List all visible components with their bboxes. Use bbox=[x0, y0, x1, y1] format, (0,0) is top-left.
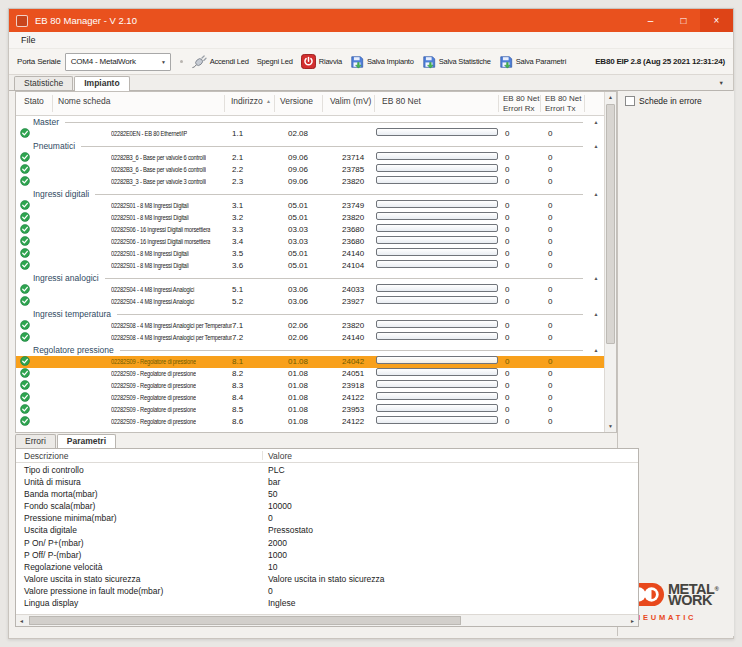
col-header-eb80net[interactable]: EB 80 Net bbox=[382, 96, 421, 106]
group-ingressi-analogici[interactable]: Ingressi analogici ▲ bbox=[16, 272, 604, 284]
scrollbar-thumb[interactable] bbox=[606, 104, 615, 344]
col-header-errori-tx[interactable]: EB 80 Net Errori Tx bbox=[545, 94, 581, 114]
parameter-row[interactable]: Valore uscita in stato sicurezza Valore … bbox=[16, 573, 638, 585]
grid-row[interactable]: 02282S04 - 4 M8 Ingressi Analogici 5.2 0… bbox=[16, 296, 604, 308]
parameter-row[interactable]: P On/ P+(mbar) 2000 bbox=[16, 537, 638, 549]
grid-row[interactable]: 02282S08 - 4 M8 Ingressi Analogici per T… bbox=[16, 320, 604, 332]
scroll-up-icon[interactable]: ▲ bbox=[605, 92, 616, 103]
parameter-row[interactable]: Pressione minima(mbar) 0 bbox=[16, 512, 638, 524]
group-rule bbox=[95, 194, 583, 195]
group-regolatore-pressione[interactable]: Regolatore pressione ▲ bbox=[16, 344, 604, 356]
detail-tab-parametri[interactable]: Parametri bbox=[57, 434, 116, 449]
col-header-nome-scheda[interactable]: Nome scheda bbox=[58, 96, 110, 106]
group-pneumatici[interactable]: Pneumatici ▲ bbox=[16, 140, 604, 152]
scroll-left-icon[interactable]: ◄ bbox=[16, 618, 27, 624]
cell-errori-tx: 0 bbox=[548, 176, 552, 188]
cell-versione: 02.06 bbox=[288, 332, 308, 344]
salva-impianto-button[interactable]: Salva Impianto bbox=[346, 53, 418, 71]
salva-statistiche-button[interactable]: Salva Statistiche bbox=[418, 53, 495, 71]
cell-indirizzo: 2.1 bbox=[232, 152, 243, 164]
vertical-scrollbar[interactable]: ▲ ▼ bbox=[604, 92, 616, 432]
app-window: EB 80 Manager - V 2.10 – □ × File Porta … bbox=[8, 8, 734, 639]
cell-errori-rx: 0 bbox=[505, 356, 509, 368]
collapse-icon[interactable]: ▲ bbox=[588, 308, 604, 320]
cell-errori-tx: 0 bbox=[548, 416, 552, 428]
grid-row[interactable]: 02282S01 - 8 M8 Ingressi Digitali 3.6 05… bbox=[16, 260, 604, 272]
col-header-valim[interactable]: Valim (mV) bbox=[330, 96, 371, 106]
menu-file[interactable]: File bbox=[16, 35, 41, 45]
salva-parametri-button[interactable]: Salva Parametri bbox=[495, 53, 570, 71]
grid-row[interactable]: 02282S04 - 4 M8 Ingressi Analogici 5.1 0… bbox=[16, 284, 604, 296]
grid-row[interactable]: 02282B3_6 - Base per valvole 6 controlli… bbox=[16, 152, 604, 164]
grid-row[interactable]: 02282B3_3 - Base per valvole 3 controlli… bbox=[16, 176, 604, 188]
main-tabs: StatisticheImpianto bbox=[14, 76, 131, 90]
close-button[interactable]: × bbox=[700, 9, 733, 32]
group-ingressi-digitali[interactable]: Ingressi digitali ▲ bbox=[16, 188, 604, 200]
grid-row[interactable]: 02282E0EN - EB 80 Ethernet/IP 1.1 02.08 … bbox=[16, 128, 604, 140]
grid-row[interactable]: 02282B3_6 - Base per valvole 6 controlli… bbox=[16, 164, 604, 176]
collapse-icon[interactable]: ▲ bbox=[588, 116, 604, 128]
collapse-icon[interactable]: ▲ bbox=[588, 188, 604, 200]
cell-errori-rx: 0 bbox=[505, 332, 509, 344]
tab-impianto[interactable]: Impianto bbox=[74, 76, 129, 91]
col-header-errori-rx[interactable]: EB 80 Net Errori Rx bbox=[503, 94, 539, 114]
minimize-button[interactable]: – bbox=[634, 9, 667, 32]
title-bar[interactable]: EB 80 Manager - V 2.10 – □ × bbox=[9, 9, 733, 32]
cell-nome-scheda: 02282S09 - Regolatore di pressione bbox=[111, 356, 196, 368]
com-port-select[interactable]: COM4 - MetalWork ▼ bbox=[65, 53, 171, 71]
grid-row[interactable]: 02282S01 - 8 M8 Ingressi Digitali 3.1 05… bbox=[16, 200, 604, 212]
scrollbar-track[interactable] bbox=[27, 615, 627, 626]
group-master[interactable]: Master ▲ bbox=[16, 116, 604, 128]
grid-row[interactable]: 02282S09 - Regolatore di pressione 8.3 0… bbox=[16, 380, 604, 392]
save-icon bbox=[422, 55, 436, 69]
horizontal-scrollbar[interactable]: ◄ ► bbox=[16, 614, 638, 626]
grid-row[interactable]: 02282S01 - 8 M8 Ingressi Digitali 3.5 05… bbox=[16, 248, 604, 260]
parameter-row[interactable]: Unità di misura bar bbox=[16, 476, 638, 488]
scrollbar-thumb[interactable] bbox=[29, 616, 461, 625]
grid-row[interactable]: 02282S09 - Regolatore di pressione 8.1 0… bbox=[16, 356, 604, 368]
grid-row[interactable]: 02282S09 - Regolatore di pressione 8.4 0… bbox=[16, 392, 604, 404]
detail-tab-strip: ErroriParametri bbox=[15, 433, 117, 448]
scroll-down-icon[interactable]: ▼ bbox=[605, 421, 616, 432]
col-header-stato[interactable]: Stato bbox=[24, 96, 44, 106]
scroll-right-icon[interactable]: ► bbox=[627, 618, 638, 624]
cell-errori-rx: 0 bbox=[505, 260, 509, 272]
riavvia-button[interactable]: Riavvia bbox=[297, 52, 346, 71]
schede-in-errore-checkbox[interactable]: Schede in errore bbox=[625, 96, 734, 106]
maximize-button[interactable]: □ bbox=[667, 9, 700, 32]
cell-indirizzo: 3.6 bbox=[232, 260, 243, 272]
cell-errori-tx: 0 bbox=[548, 152, 552, 164]
cell-valim: 23680 bbox=[342, 224, 364, 236]
grid-row[interactable]: 02282S06 - 16 Ingressi Digitali morsetti… bbox=[16, 236, 604, 248]
spegni-led-button[interactable]: Spegni Led bbox=[253, 55, 297, 68]
collapse-icon[interactable]: ▲ bbox=[588, 344, 604, 356]
grid-row[interactable]: 02282S09 - Regolatore di pressione 8.2 0… bbox=[16, 368, 604, 380]
tabstrip-dropdown-icon[interactable]: ▼ bbox=[719, 80, 724, 86]
detail-tab-errori[interactable]: Errori bbox=[15, 434, 56, 448]
parameter-row[interactable]: P Off/ P-(mbar) 1000 bbox=[16, 549, 638, 561]
grid-row[interactable]: 02282S08 - 4 M8 Ingressi Analogici per T… bbox=[16, 332, 604, 344]
checkbox-box[interactable] bbox=[625, 96, 635, 106]
param-value: 10 bbox=[268, 561, 277, 573]
cell-valim: 23820 bbox=[342, 212, 364, 224]
parameter-row[interactable]: Valore pressione in fault mode(mbar) 0 bbox=[16, 585, 638, 597]
parameter-row[interactable]: Uscita digitale Pressostato bbox=[16, 524, 638, 536]
collapse-icon[interactable]: ▲ bbox=[588, 140, 604, 152]
grid-row[interactable]: 02282S09 - Regolatore di pressione 8.6 0… bbox=[16, 416, 604, 428]
group-ingressi-temperatura[interactable]: Ingressi temperatura ▲ bbox=[16, 308, 604, 320]
grid-row[interactable]: 02282S06 - 16 Ingressi Digitali morsetti… bbox=[16, 224, 604, 236]
col-header-versione[interactable]: Versione bbox=[280, 96, 313, 106]
parameter-row[interactable]: Fondo scala(mbar) 10000 bbox=[16, 500, 638, 512]
accendi-led-button[interactable]: Accendi Led bbox=[187, 53, 253, 71]
grid-row[interactable]: 02282S09 - Regolatore di pressione 8.5 0… bbox=[16, 404, 604, 416]
parameter-row[interactable]: Regolazione velocità 10 bbox=[16, 561, 638, 573]
parameter-row[interactable]: Banda morta(mbar) 50 bbox=[16, 488, 638, 500]
grid-row[interactable]: 02282S01 - 8 M8 Ingressi Digitali 3.2 05… bbox=[16, 212, 604, 224]
cell-errori-rx: 0 bbox=[505, 296, 509, 308]
parameter-row[interactable]: Lingua display Inglese bbox=[16, 597, 638, 609]
collapse-icon[interactable]: ▲ bbox=[588, 272, 604, 284]
tab-statistiche[interactable]: Statistiche bbox=[14, 76, 73, 90]
sort-ascending-icon[interactable]: ▲ bbox=[266, 98, 271, 104]
parameter-row[interactable]: Tipo di controllo PLC bbox=[16, 464, 638, 476]
col-header-indirizzo[interactable]: Indirizzo bbox=[231, 96, 263, 106]
